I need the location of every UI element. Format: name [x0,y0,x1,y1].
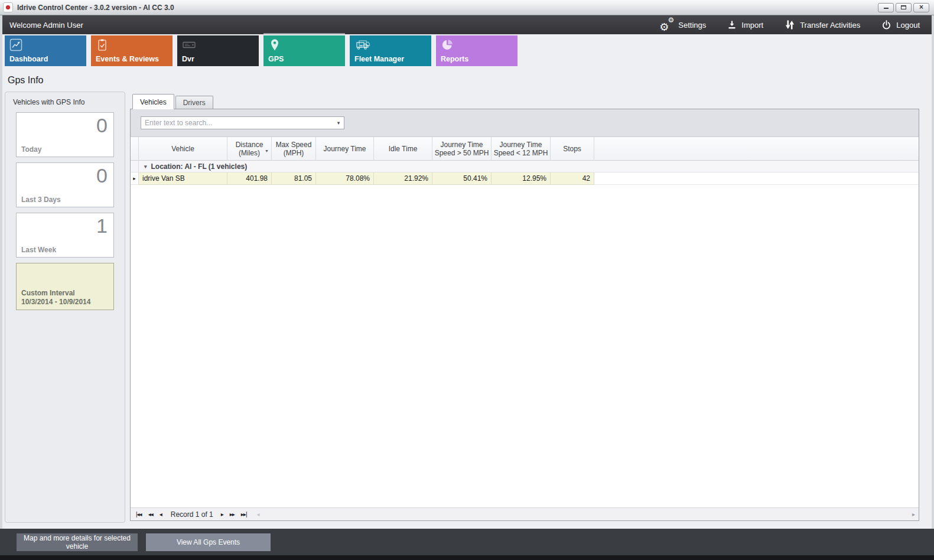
first-record-button[interactable]: |◂◂ [136,512,142,517]
close-button[interactable]: × [913,3,929,12]
card-custom-interval[interactable]: Custom Interval 10/3/2014 - 10/9/2014 [16,263,114,310]
pager-bar: |◂◂ ◂◂ ◂ Record 1 of 1 ▸ ▸▸ ▸▸| ◂ ▸ [131,507,919,520]
footer-bar: Map and more details for selected vehicl… [0,529,934,555]
card-last-week[interactable]: 1 Last Week [16,213,114,258]
collapse-group-icon[interactable]: ▾ [144,164,147,170]
minimize-button[interactable] [878,3,894,12]
tab-vehicles[interactable]: Vehicles [132,94,174,109]
prev-record-button[interactable]: ◂ [160,512,162,517]
clipboard-check-icon [96,38,109,51]
minimize-icon [884,5,889,9]
horizontal-scrollbar[interactable]: ◂ ▸ [253,511,919,517]
header-text: (MPH) [284,149,304,157]
import-label: Import [741,21,763,30]
column-header-journey-under-12[interactable]: Journey Time Speed < 12 MPH [492,137,551,160]
cell-distance: 401.98 [227,172,272,185]
tile-label: Events & Reviews [96,55,159,63]
column-header-idle-time[interactable]: Idle Time [374,137,432,160]
nav-tiles: Dashboard Events & Reviews Dvr GPS [2,34,932,67]
tile-events-reviews[interactable]: Events & Reviews [91,35,173,66]
tile-fleet-manager[interactable]: Fleet Manager [350,35,431,66]
cell-journey-time: 78.08% [316,172,374,185]
app-icon [3,2,13,12]
close-icon: × [919,4,923,11]
scroll-left-icon[interactable]: ◂ [256,511,259,517]
next-record-button[interactable]: ▸ [221,512,223,517]
row-marker-icon: ▸ [133,175,136,181]
settings-button[interactable]: ⚙⚙ Settings [659,19,706,31]
header-text: Max Speed [276,141,312,149]
prev-page-button[interactable]: ◂◂ [148,512,153,517]
settings-label: Settings [678,21,706,30]
transfer-activities-button[interactable]: Transfer Activities [785,19,860,30]
search-input[interactable] [141,119,333,127]
maximize-icon [901,5,906,9]
header-text: Journey Time [323,145,366,153]
top-toolbar: Welcome Admin User ⚙⚙ Settings Import [2,15,932,34]
header-filler [594,137,919,160]
maximize-button[interactable] [896,3,912,12]
toolbar-actions: ⚙⚙ Settings Import Transfer Activities [659,19,920,31]
column-header-stops[interactable]: Stops [551,137,594,160]
card-value [17,263,113,265]
column-header-distance[interactable]: Distance (Miles) ▼ [227,137,272,160]
card-last-3-days[interactable]: 0 Last 3 Days [16,162,114,207]
sidebar-header: Vehicles with GPS Info [5,96,125,112]
header-text: Stops [563,145,581,153]
cell-idle-time: 21.92% [374,172,432,185]
window-controls: × [878,3,931,12]
import-button[interactable]: Import [727,20,763,30]
header-text: Speed < 12 MPH [494,149,548,157]
next-page-button[interactable]: ▸▸ [230,512,235,517]
view-all-gps-events-button[interactable]: View All Gps Events [146,533,271,551]
main-area: Vehicles Drivers ▾ Vehicle [130,93,919,521]
tile-gps[interactable]: GPS [263,35,345,66]
window-frame: Welcome Admin User ⚙⚙ Settings Import [0,15,934,529]
header-text: Journey Time [440,141,483,149]
map-pin-icon [268,38,281,51]
record-status: Record 1 of 1 [171,510,213,519]
tile-label: Reports [441,55,468,63]
header-text: Vehicle [171,145,194,153]
tile-dvr[interactable]: Dvr [177,35,259,66]
card-label-line2: 10/3/2014 - 10/9/2014 [21,298,113,307]
tile-dashboard[interactable]: Dashboard [5,35,86,66]
trucks-icon [354,38,371,51]
card-today[interactable]: 0 Today [16,112,114,157]
transfer-activities-label: Transfer Activities [800,21,860,30]
tile-label: Fleet Manager [354,55,404,63]
card-value: 0 [17,113,113,136]
column-header-max-speed[interactable]: Max Speed (MPH) [272,137,316,160]
scroll-right-icon[interactable]: ▸ [912,511,915,517]
search-combobox: ▾ [141,116,344,129]
tile-reports[interactable]: Reports [436,35,518,66]
window-title: Idrive Control Center - 3.0.2 version - … [17,4,174,12]
table-row-vehicle[interactable]: ▸ idrive Van SB 401.98 81.05 78.08% 21.9… [131,172,919,185]
row-filler [594,172,919,185]
welcome-text: Welcome Admin User [9,21,83,30]
gears-icon: ⚙⚙ [659,19,673,31]
column-header-journey-time[interactable]: Journey Time [316,137,374,160]
tile-label: Dvr [182,55,194,63]
pie-chart-icon [441,38,454,51]
column-header-vehicle[interactable]: Vehicle [139,137,227,160]
column-header-journey-over-50[interactable]: Journey Time Speed > 50 MPH [432,137,492,160]
vehicles-tab-panel: ▾ Vehicle Distance (Miles) ▼ Ma [130,109,919,521]
dvr-device-icon [182,38,197,51]
tab-bar: Vehicles Drivers [130,93,919,109]
tab-drivers[interactable]: Drivers [175,96,213,109]
tile-label: GPS [268,55,284,63]
cell-stops: 42 [551,172,594,185]
cell-max-speed: 81.05 [272,172,316,185]
sort-arrow-icon[interactable]: ▼ [265,147,269,155]
last-record-button[interactable]: ▸▸| [241,512,247,517]
logout-button[interactable]: Logout [881,20,920,30]
logout-label: Logout [896,21,920,30]
group-row-body: ▾ Location: Al - FL (1 vehicles) [139,161,919,172]
title-bar: Idrive Control Center - 3.0.2 version - … [0,0,934,15]
combo-dropdown-icon[interactable]: ▾ [333,120,344,126]
group-row-location[interactable]: ▾ Location: Al - FL (1 vehicles) [131,161,919,172]
header-text: Distance [236,141,263,149]
map-details-button[interactable]: Map and more details for selected vehicl… [17,533,138,551]
row-indicator-header [131,137,139,160]
